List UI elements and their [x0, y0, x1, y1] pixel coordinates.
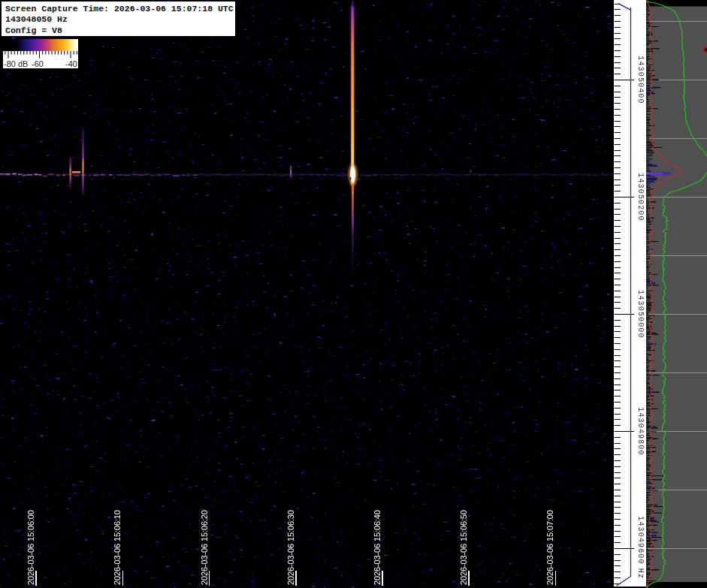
- svg-text:143050000: 143050000: [636, 290, 645, 338]
- svg-text:-60: -60: [32, 59, 44, 68]
- svg-text:-40: -40: [65, 59, 77, 68]
- svg-text:143050200: 143050200: [636, 173, 645, 221]
- svg-text:143050400: 143050400: [636, 56, 645, 104]
- svg-text:143049800: 143049800: [636, 407, 645, 455]
- svg-text:-80 dB: -80 dB: [4, 59, 28, 68]
- svg-text:Hz: Hz: [636, 568, 645, 579]
- svg-text:143049600: 143049600: [636, 516, 645, 564]
